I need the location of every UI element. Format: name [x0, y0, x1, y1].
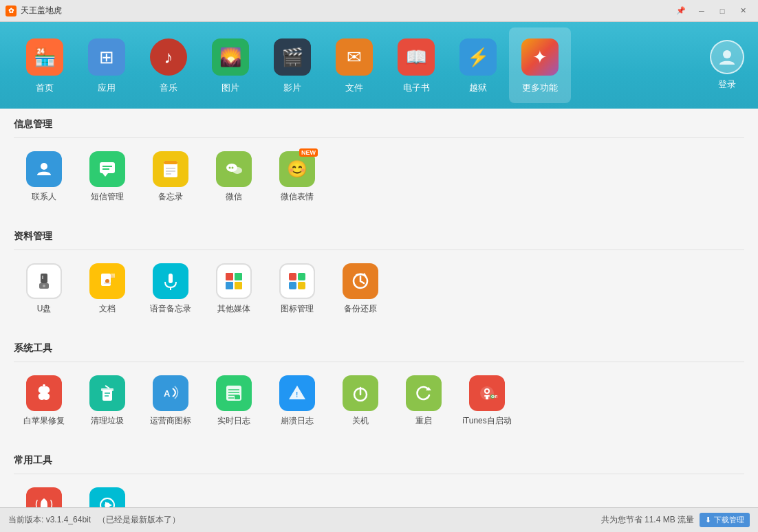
section-data-manage-grid: U盘 文档	[14, 258, 744, 326]
svg-rect-29	[235, 282, 242, 289]
main-content: 信息管理 联系人	[0, 109, 758, 507]
svg-rect-18	[42, 276, 43, 279]
section-info-manage-title: 信息管理	[14, 109, 744, 138]
app-icon: ⊞	[88, 38, 125, 76]
tool-ringtone[interactable]: 铃声制作	[14, 483, 74, 507]
tool-backup[interactable]: 备份还原	[330, 258, 391, 319]
tool-sms[interactable]: 短信管理	[77, 146, 138, 207]
tool-voice-notes-label: 语音备忘录	[150, 303, 191, 315]
sms-icon	[89, 151, 125, 187]
tool-notes[interactable]: 备忘录	[140, 146, 201, 207]
svg-rect-32	[289, 282, 296, 289]
nav-app-label: 应用	[98, 82, 116, 94]
tool-sms-label: 短信管理	[91, 191, 124, 203]
nav-photo[interactable]: 🌄 图片	[199, 27, 261, 103]
tool-other-media[interactable]: 其他媒体	[204, 258, 264, 319]
voice-notes-icon	[153, 263, 188, 299]
restart-icon	[406, 375, 442, 411]
shutdown-icon	[343, 375, 378, 411]
nav-home[interactable]: 🏪 首页	[14, 27, 76, 103]
svg-rect-26	[226, 273, 233, 280]
tool-notes-label: 备忘录	[158, 191, 183, 203]
home-icon: 🏪	[26, 38, 63, 76]
maximize-button[interactable]: □	[713, 3, 732, 19]
tool-contacts[interactable]: 联系人	[14, 146, 74, 207]
nav-ebook[interactable]: 📖 电子书	[385, 27, 447, 103]
nav-file[interactable]: ✉ 文件	[323, 27, 385, 103]
tool-restart[interactable]: 重启	[393, 370, 454, 431]
section-data-manage: 资料管理 U盘	[14, 221, 744, 326]
svg-rect-38	[101, 388, 113, 391]
statusbar-right: 共为您节省 11.4 MB 流量 ⬇ 下载管理	[601, 513, 750, 527]
login-area[interactable]: 登录	[710, 40, 744, 91]
tool-video-convert[interactable]: 视频转换	[77, 483, 138, 507]
photo-icon: 🌄	[212, 38, 249, 76]
svg-rect-24	[169, 274, 173, 283]
nav-music[interactable]: ♪ 音乐	[138, 27, 199, 103]
tool-wechat-label: 微信	[226, 191, 242, 203]
tool-icon-manage[interactable]: 图标管理	[267, 258, 327, 319]
nav-more[interactable]: ✦ 更多功能	[509, 27, 571, 103]
tool-itunes-start-label: iTunes自启动	[462, 415, 512, 427]
tool-docs[interactable]: 文档	[77, 258, 138, 319]
section-info-manage: 信息管理 联系人	[14, 109, 744, 214]
tool-wechat[interactable]: 微信	[204, 146, 264, 207]
nav-video[interactable]: 🎬 影片	[261, 27, 323, 103]
tool-apple-fix-label: 白苹果修复	[23, 415, 65, 427]
svg-rect-37	[102, 390, 112, 401]
version-label: 当前版本: v3.1.4_64bit	[8, 514, 91, 526]
svg-rect-15	[41, 274, 47, 283]
svg-rect-33	[298, 282, 305, 289]
minimize-button[interactable]: ─	[692, 3, 711, 19]
tool-clean[interactable]: 清理垃圾	[77, 370, 138, 431]
backup-icon	[343, 263, 378, 299]
tool-restart-label: 重启	[415, 415, 432, 427]
ebook-icon: 📖	[398, 38, 435, 76]
tool-udisk[interactable]: U盘	[14, 258, 74, 319]
titlebar-title: 天王盖地虎	[21, 5, 62, 16]
svg-text:A: A	[164, 388, 171, 399]
more-icon: ✦	[521, 38, 559, 76]
carrier-icon: A	[153, 375, 188, 411]
tool-contacts-label: 联系人	[32, 191, 56, 203]
tool-apple-fix[interactable]: 白苹果修复	[14, 370, 74, 431]
section-info-manage-grid: 联系人 短信管理	[14, 146, 744, 214]
nav-more-label: 更多功能	[522, 82, 558, 94]
app-logo: ✿	[6, 5, 17, 16]
tool-voice-notes[interactable]: 语音备忘录	[140, 258, 201, 319]
tool-carrier-label: 运营商图标	[150, 415, 191, 427]
titlebar: ✿ 天王盖地虎 📌 ─ □ ✕	[0, 0, 758, 22]
tool-realtime-log[interactable]: 实时日志	[204, 370, 264, 431]
pin-button[interactable]: 📌	[671, 3, 691, 19]
itunes-start-icon: on	[469, 375, 505, 411]
svg-rect-7	[164, 161, 177, 164]
svg-text:!: !	[296, 391, 298, 399]
login-avatar	[710, 40, 744, 74]
new-badge: NEW	[299, 148, 318, 157]
statusbar-left: 当前版本: v3.1.4_64bit （已经是最新版本了）	[8, 514, 180, 526]
video-convert-icon	[89, 487, 125, 508]
nav-home-label: 首页	[36, 82, 54, 94]
section-system-tools: 系统工具 白苹果修复	[14, 333, 744, 438]
window-controls: 📌 ─ □ ✕	[671, 3, 752, 19]
ringtone-icon	[26, 487, 62, 508]
nav-app[interactable]: ⊞ 应用	[76, 27, 138, 103]
tool-shutdown[interactable]: 关机	[330, 370, 391, 431]
top-navigation: 🏪 首页 ⊞ 应用 ♪ 音乐 🌄	[0, 22, 758, 109]
tool-carrier[interactable]: A 运营商图标	[140, 370, 201, 431]
tool-backup-label: 备份还原	[344, 303, 377, 315]
close-button[interactable]: ✕	[733, 3, 752, 19]
download-button[interactable]: ⬇ 下载管理	[700, 513, 750, 527]
tool-itunes-start[interactable]: on iTunes自启动	[457, 370, 517, 431]
nav-jailbreak[interactable]: ⚡ 越狱	[447, 27, 509, 103]
svg-point-36	[43, 384, 45, 387]
tool-crash-log[interactable]: ! 崩溃日志	[267, 370, 327, 431]
tool-wechat-emoji[interactable]: 😊 NEW 微信表情	[267, 146, 327, 207]
notes-icon	[153, 151, 188, 187]
svg-point-13	[229, 166, 231, 168]
svg-rect-31	[298, 273, 305, 280]
nav-music-label: 音乐	[160, 82, 177, 94]
svg-rect-48	[235, 395, 240, 399]
svg-rect-21	[111, 274, 115, 278]
nav-ebook-label: 电子书	[403, 82, 430, 94]
